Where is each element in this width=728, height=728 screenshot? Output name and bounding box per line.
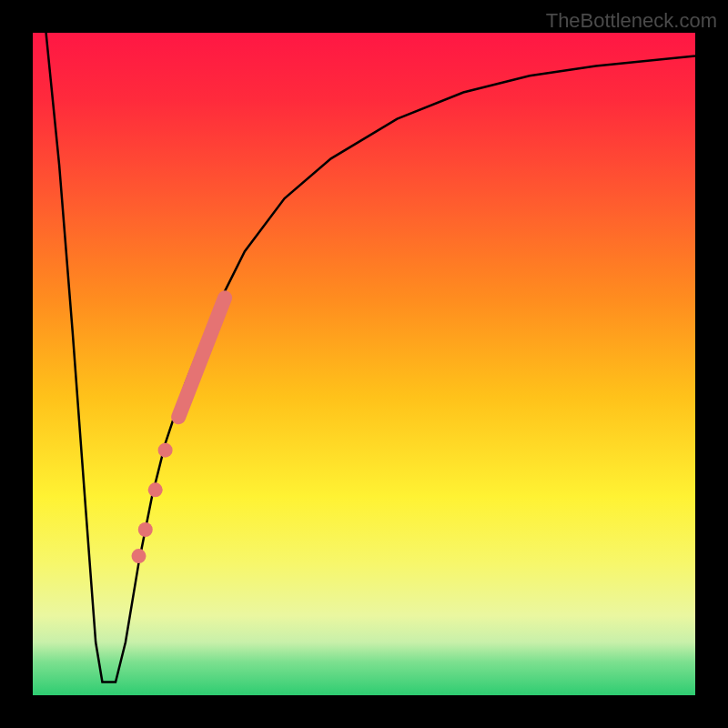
marker-dot	[158, 443, 173, 458]
watermark: TheBottleneck.com	[546, 9, 717, 32]
bottleneck-chart: TheBottleneck.com	[0, 0, 728, 728]
marker-dot	[138, 522, 153, 537]
marker-dot	[131, 549, 146, 563]
marker-dot	[148, 482, 163, 497]
chart-container: TheBottleneck.com	[0, 0, 728, 728]
